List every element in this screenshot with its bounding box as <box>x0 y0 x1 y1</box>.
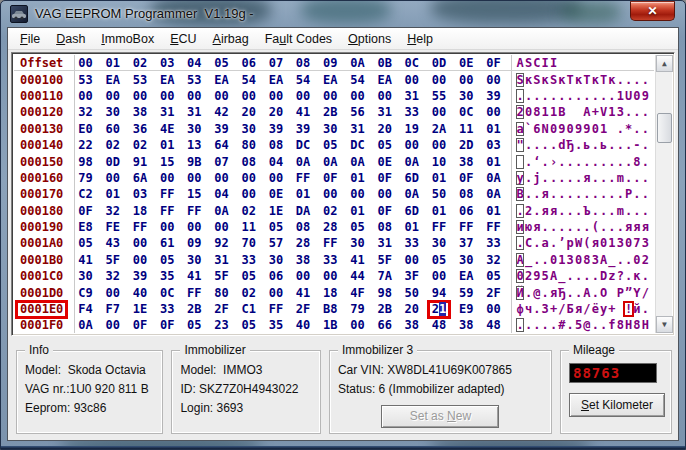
hex-byte[interactable]: 38 <box>453 318 480 332</box>
ascii-cell[interactable]: y.j.....я...m... <box>508 171 650 185</box>
hex-byte[interactable]: 20 <box>398 302 425 316</box>
hex-byte[interactable]: 37 <box>453 236 480 250</box>
hex-byte[interactable]: DC <box>290 138 317 152</box>
hex-byte[interactable]: 5F <box>208 269 235 283</box>
hex-byte[interactable]: 21 <box>425 302 452 316</box>
hex-byte[interactable]: 39 <box>262 122 289 136</box>
hex-byte[interactable]: 39 <box>290 122 317 136</box>
ascii-cell[interactable]: .2.яя...Ъ...m... <box>508 204 650 218</box>
hex-byte[interactable]: 40 <box>126 286 153 300</box>
hex-byte[interactable]: 41 <box>72 253 99 267</box>
hex-byte[interactable]: 06 <box>453 204 480 218</box>
hex-byte[interactable]: 00 <box>154 171 181 185</box>
hex-byte[interactable]: 01 <box>480 204 507 218</box>
hex-byte[interactable]: 54 <box>235 73 262 87</box>
hex-byte[interactable]: 15 <box>154 155 181 169</box>
hex-byte[interactable]: 00 <box>371 89 398 103</box>
hex-byte[interactable]: 01 <box>425 171 452 185</box>
hex-byte[interactable]: 80 <box>208 286 235 300</box>
hex-byte[interactable]: 00 <box>99 286 126 300</box>
hex-byte[interactable]: 15 <box>181 187 208 201</box>
hex-byte[interactable]: 94 <box>425 286 452 300</box>
hex-byte[interactable]: 1E <box>126 302 153 316</box>
hex-byte[interactable]: 00 <box>154 89 181 103</box>
hex-byte[interactable]: 6D <box>398 171 425 185</box>
hex-byte[interactable]: 00 <box>208 171 235 185</box>
hex-byte[interactable]: 05 <box>181 318 208 332</box>
hex-byte[interactable]: 0F <box>72 204 99 218</box>
hex-byte[interactable]: 31 <box>154 105 181 119</box>
hex-byte[interactable]: 05 <box>72 236 99 250</box>
hex-byte[interactable]: 08 <box>371 220 398 234</box>
hex-byte[interactable]: 01 <box>425 204 452 218</box>
hex-byte[interactable]: 56 <box>344 105 371 119</box>
hex-byte[interactable]: 48 <box>425 318 452 332</box>
hex-byte[interactable]: EA <box>371 73 398 87</box>
hex-byte[interactable]: 00 <box>425 73 452 87</box>
hex-byte[interactable]: 00 <box>235 89 262 103</box>
hex-byte[interactable]: 08 <box>290 220 317 234</box>
hex-byte[interactable]: 44 <box>344 269 371 283</box>
hex-byte[interactable]: 31 <box>208 253 235 267</box>
hex-byte[interactable]: 28 <box>290 236 317 250</box>
hex-byte[interactable]: 57 <box>262 236 289 250</box>
hex-byte[interactable]: 38 <box>126 105 153 119</box>
hex-byte[interactable]: 30 <box>453 89 480 103</box>
hex-byte[interactable]: 0A <box>398 187 425 201</box>
ascii-cell[interactable]: фч.3+/Бя/ёy+ !й. <box>508 302 650 316</box>
hex-byte[interactable]: 0F <box>154 318 181 332</box>
hex-byte[interactable]: 0A <box>72 318 99 332</box>
hex-byte[interactable]: 61 <box>154 236 181 250</box>
hex-byte[interactable]: 00 <box>72 89 99 103</box>
hex-byte[interactable]: 39 <box>480 89 507 103</box>
hex-byte[interactable]: 20 <box>371 122 398 136</box>
hex-byte[interactable]: 11 <box>453 122 480 136</box>
hex-byte[interactable]: 00 <box>453 73 480 87</box>
hex-byte[interactable]: C9 <box>72 286 99 300</box>
hex-byte[interactable]: 09 <box>181 236 208 250</box>
hex-byte[interactable]: 30 <box>262 253 289 267</box>
hex-byte[interactable]: 36 <box>126 122 153 136</box>
hex-byte[interactable]: EA <box>453 269 480 283</box>
hex-byte[interactable]: 00 <box>126 236 153 250</box>
ascii-cell[interactable]: A_..013083A_..02 <box>508 253 650 267</box>
hex-byte[interactable]: F7 <box>99 302 126 316</box>
hex-byte[interactable]: 03 <box>126 187 153 201</box>
hex-byte[interactable]: 20 <box>262 105 289 119</box>
menu-item-airbag[interactable]: Airbag <box>205 30 257 48</box>
ascii-cell[interactable]: .‘.›.........8. <box>508 155 650 169</box>
hex-byte[interactable]: 00 <box>99 89 126 103</box>
ascii-cell[interactable]: 20811B A+V13... <box>508 105 650 119</box>
scroll-down-icon[interactable]: ▼ <box>656 316 673 333</box>
hex-byte[interactable]: FE <box>99 220 126 234</box>
hex-byte[interactable]: 33 <box>154 302 181 316</box>
hex-byte[interactable]: 00 <box>425 269 452 283</box>
hex-byte[interactable]: 2B <box>371 302 398 316</box>
hex-byte[interactable]: 53 <box>126 73 153 87</box>
hex-byte[interactable]: 05 <box>371 138 398 152</box>
hex-byte[interactable]: 54 <box>344 73 371 87</box>
hex-byte[interactable]: 02 <box>235 286 262 300</box>
set-kilometer-button[interactable]: Set Kilometer <box>569 393 665 417</box>
hex-byte[interactable]: 32 <box>72 105 99 119</box>
hex-byte[interactable]: 80 <box>235 138 262 152</box>
highlighted-byte[interactable]: 21 <box>427 300 451 319</box>
hex-byte[interactable]: 02 <box>317 204 344 218</box>
hex-byte[interactable]: 31 <box>371 105 398 119</box>
hex-byte[interactable]: 05 <box>425 253 452 267</box>
hex-byte[interactable]: 38 <box>398 318 425 332</box>
hex-byte[interactable]: FF <box>154 187 181 201</box>
hex-byte[interactable]: 33 <box>398 105 425 119</box>
menu-item-help[interactable]: Help <box>399 30 441 48</box>
hex-byte[interactable]: 66 <box>371 318 398 332</box>
hex-byte[interactable]: 0A <box>344 155 371 169</box>
hex-byte[interactable]: 6D <box>398 204 425 218</box>
hex-byte[interactable]: 22 <box>72 138 99 152</box>
hex-byte[interactable]: 9B <box>181 155 208 169</box>
hex-byte[interactable]: FF <box>480 220 507 234</box>
hex-byte[interactable]: 0A <box>398 155 425 169</box>
hex-byte[interactable]: 00 <box>317 89 344 103</box>
hex-byte[interactable]: 05 <box>480 269 507 283</box>
hex-byte[interactable]: 5F <box>99 253 126 267</box>
hex-byte[interactable]: 79 <box>72 171 99 185</box>
